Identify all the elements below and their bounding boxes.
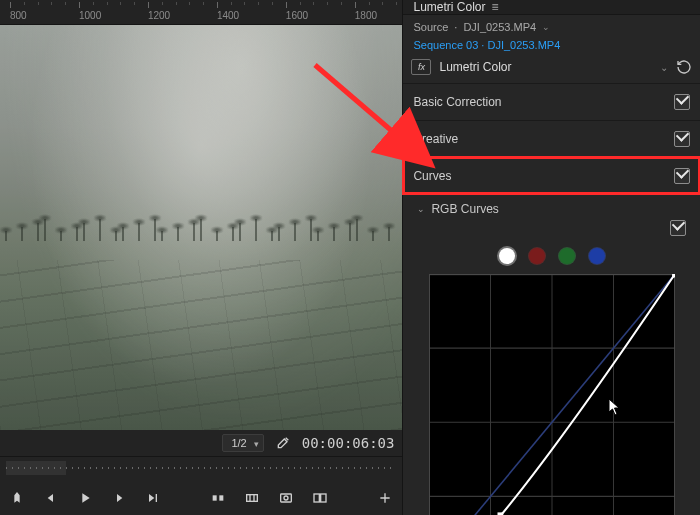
section-label: Creative [413,132,458,146]
settings-wrench-icon[interactable] [274,434,292,452]
chevron-down-icon: ▾ [254,439,259,449]
channel-selector [403,242,700,274]
section-toggle-checkbox[interactable] [674,131,690,147]
lumetri-color-panel: Lumetri Color ≡ Source · DJI_0253.MP4 ⌄ … [402,0,700,515]
sequence-link[interactable]: Sequence 03 · DJI_0253.MP4 [413,39,560,51]
disclosure-triangle-icon[interactable]: ⌄ [417,204,425,214]
blue-channel-dot[interactable] [589,248,605,264]
ruler-tick: 1200 [148,10,198,21]
rgb-curves-label: RGB Curves [431,202,498,216]
chevron-down-icon[interactable]: ⌄ [660,62,668,73]
comparison-view-button[interactable] [311,489,329,507]
curve-control-point[interactable] [672,274,675,277]
scrub-bar[interactable] [0,456,402,481]
timecode-display[interactable]: 00:00:06:03 [302,435,395,451]
panel-title: Lumetri Color [413,0,485,14]
section-curves[interactable]: Curves [403,157,700,194]
reset-effect-button[interactable] [676,59,692,75]
effect-name: Lumetri Color [439,60,652,74]
add-marker-button[interactable] [8,489,26,507]
step-back-button[interactable] [42,489,60,507]
play-button[interactable] [76,489,94,507]
effect-header-row: fx Lumetri Color ⌄ [403,55,700,83]
svg-rect-0 [213,495,217,500]
svg-rect-5 [314,494,319,502]
zoom-value: 1/2 [231,437,246,449]
video-frame [0,25,402,430]
app-root: 80010001200140016001800 1/2 ▾ 00:00:06:0… [0,0,700,515]
red-channel-dot[interactable] [529,248,545,264]
curve-canvas[interactable] [429,274,675,515]
fx-badge-icon[interactable]: fx [411,59,431,75]
source-prefix: Source [413,21,448,33]
luma-channel-dot[interactable] [499,248,515,264]
panel-menu-icon[interactable]: ≡ [491,0,498,14]
ruler-tick: 1000 [79,10,129,21]
section-label: Basic Correction [413,95,501,109]
ruler-tick: 800 [10,10,60,21]
section-label: Curves [413,169,451,183]
section-basic-correction[interactable]: Basic Correction [403,83,700,120]
time-ruler[interactable]: 80010001200140016001800 [0,0,402,25]
extract-button[interactable] [243,489,261,507]
button-editor-plus-icon[interactable] [376,489,394,507]
svg-rect-6 [321,494,326,502]
svg-rect-1 [220,495,224,500]
go-to-out-button[interactable] [144,489,162,507]
rgb-curves-toggle-checkbox[interactable] [670,220,686,236]
svg-rect-3 [281,494,292,502]
transport-controls [0,481,402,515]
step-forward-button[interactable] [110,489,128,507]
rgb-curves-header[interactable]: ⌄ RGB Curves [403,194,700,220]
section-toggle-checkbox[interactable] [674,168,690,184]
viewer-status-bar: 1/2 ▾ 00:00:06:03 [0,430,402,456]
green-channel-dot[interactable] [559,248,575,264]
svg-point-4 [284,496,288,500]
source-path: Source · DJI_0253.MP4 ⌄ Sequence 03 · DJ… [403,15,700,55]
video-viewer[interactable] [0,25,402,430]
ruler-tick: 1600 [286,10,336,21]
section-toggle-checkbox[interactable] [674,94,690,110]
zoom-select[interactable]: 1/2 ▾ [222,434,263,452]
rgb-curve-editor[interactable] [429,274,675,515]
section-creative[interactable]: Creative [403,120,700,157]
ruler-tick: 1400 [217,10,267,21]
lift-button[interactable] [209,489,227,507]
chevron-down-icon[interactable]: ⌄ [542,22,550,32]
ruler-tick: 1800 [355,10,405,21]
source-clip: DJI_0253.MP4 [463,21,536,33]
panel-header[interactable]: Lumetri Color ≡ [403,0,700,15]
program-monitor: 80010001200140016001800 1/2 ▾ 00:00:06:0… [0,0,402,515]
export-frame-button[interactable] [277,489,295,507]
svg-rect-2 [247,495,258,502]
